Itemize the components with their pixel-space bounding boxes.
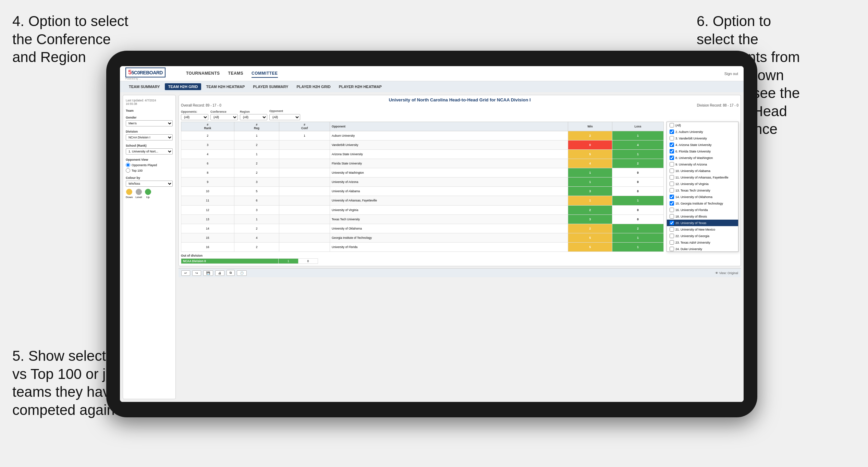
dropdown-item[interactable]: 13. Texas Tech University: [667, 187, 738, 194]
legend: Down Level Up: [126, 189, 173, 199]
opponent-dropdown[interactable]: (All)2. Auburn University3. Vanderbilt U…: [667, 122, 738, 252]
dropdown-item[interactable]: 23. Texas A&M University: [667, 239, 738, 246]
table-row: 2 1 1 Auburn University 2 1: [181, 131, 664, 140]
col-conf: #Conf: [279, 122, 330, 131]
dropdown-item[interactable]: 21. University of New Mexico: [667, 226, 738, 233]
subnav-player-summary[interactable]: PLAYER SUMMARY: [249, 83, 292, 90]
table-row: 6 2 Florida State University 4 2: [181, 159, 664, 168]
toolbar-copy[interactable]: ⧉: [227, 270, 235, 276]
col-loss: Loss: [612, 122, 663, 131]
content-title: University of North Carolina Head-to-Hea…: [181, 97, 738, 102]
last-updated: Last Updated: 4/7/2024 16:55:38: [126, 99, 173, 106]
nav-links: TOURNAMENTS TEAMS COMMITTEE: [186, 70, 724, 78]
col-opponent: Opponent: [330, 122, 568, 131]
gender-select[interactable]: Men's: [126, 120, 173, 126]
subnav-team-summary[interactable]: TEAM SUMMARY: [125, 83, 163, 90]
tablet-screen: 55C0REBOARD Powered by ... TOURNAMENTS T…: [120, 66, 744, 402]
nav-committee[interactable]: COMMITTEE: [252, 70, 278, 78]
region-filter: Region (All): [240, 110, 267, 120]
out-of-division-table: NCAA Division II 1 0: [181, 258, 318, 264]
toolbar-print[interactable]: 🖨: [215, 270, 224, 276]
toolbar-save[interactable]: 💾: [203, 270, 213, 276]
colour-section: Colour by Win/loss Down Level: [126, 176, 173, 199]
school-select[interactable]: 1. University of Nort...: [126, 148, 173, 155]
nav-teams[interactable]: TEAMS: [228, 70, 244, 78]
main-table: #Rank #Reg #Conf Opponent Win Loss: [181, 122, 664, 252]
toolbar-clock[interactable]: 🕐: [237, 270, 247, 276]
out-of-division: Out of division NCAA Division II 1 0: [181, 254, 738, 264]
out-division-label: NCAA Division II: [181, 259, 279, 264]
legend-level: Level: [135, 189, 142, 199]
filters-row: Opponents: (All) Conference (All): [181, 109, 738, 120]
subnav-team-h2h-heatmap[interactable]: TEAM H2H HEATMAP: [203, 83, 248, 90]
opponent-select[interactable]: (All): [269, 114, 300, 120]
dropdown-item[interactable]: 18. University of Illinois: [667, 213, 738, 220]
table-row: 3 2 Vanderbilt University 0 4: [181, 140, 664, 150]
app-logo: 55C0REBOARD: [125, 67, 166, 77]
dropdown-item[interactable]: 10. University of Alabama: [667, 168, 738, 174]
toolbar-view: 👁 View: Original: [715, 271, 738, 275]
table-row: 16 2 University of Florida 5 1: [181, 242, 664, 251]
division-select[interactable]: NCAA Division I: [126, 134, 173, 140]
subnav-player-h2h-heatmap[interactable]: PLAYER H2H HEATMAP: [335, 83, 385, 90]
eye-icon: 👁: [715, 271, 718, 275]
dropdown-item[interactable]: 15. Georgia Institute of Technology: [667, 200, 738, 207]
opponents-select[interactable]: (All): [181, 114, 208, 120]
dropdown-item[interactable]: 20. University of Texas: [667, 220, 738, 226]
subnav-team-h2h-grid[interactable]: TEAM H2H GRID: [165, 83, 201, 90]
table-row: 15 4 Georgia Institute of Technology 5 1: [181, 233, 664, 242]
dropdown-item[interactable]: (All): [667, 122, 738, 128]
main-content: Last Updated: 4/7/2024 16:55:38 Team Gen…: [120, 92, 744, 402]
conference-filter: Conference (All): [210, 110, 238, 120]
opponent-view-section: Opponent View Opponents Played Top 100: [126, 158, 173, 173]
dropdown-item[interactable]: 11. University of Arkansas, Fayetteville: [667, 174, 738, 181]
dropdown-item[interactable]: 3. Vanderbilt University: [667, 135, 738, 142]
subnav-player-h2h-grid[interactable]: PLAYER H2H GRID: [293, 83, 334, 90]
table-container: University of North Carolina Head-to-Hea…: [179, 95, 741, 266]
dropdown-item[interactable]: 16. University of Florida: [667, 207, 738, 213]
gender-section: Gender Men's: [126, 116, 173, 126]
dropdown-item[interactable]: 2. Auburn University: [667, 128, 738, 135]
out-division-win: 1: [279, 259, 298, 264]
conference-select[interactable]: (All): [210, 114, 238, 120]
out-division-loss: 0: [298, 259, 318, 264]
colour-select[interactable]: Win/loss: [126, 181, 173, 187]
col-rank: #Rank: [181, 122, 234, 131]
dropdown-item[interactable]: 12. University of Virginia: [667, 181, 738, 187]
toolbar-redo[interactable]: ↪: [192, 270, 201, 276]
record-row: Overall Record: 89 - 17 - 0 Division Rec…: [181, 103, 738, 107]
col-reg: #Reg: [234, 122, 279, 131]
sub-navbar: TEAM SUMMARY TEAM H2H GRID TEAM H2H HEAT…: [120, 81, 744, 92]
tablet-device: 55C0REBOARD Powered by ... TOURNAMENTS T…: [106, 51, 757, 417]
toolbar: ↩ ↪ 💾 🖨 ⧉ 🕐 👁 View: Original: [179, 268, 741, 277]
legend-down: Down: [126, 189, 133, 199]
radio-top100[interactable]: Top 100: [126, 168, 173, 173]
right-content: University of North Carolina Head-to-Hea…: [179, 95, 741, 399]
table-row: 9 3 University of Arizona 1 0: [181, 177, 664, 187]
dropdown-item[interactable]: 9. University of Arizona: [667, 161, 738, 168]
dropdown-item[interactable]: 6. Florida State University: [667, 148, 738, 155]
nav-tournaments[interactable]: TOURNAMENTS: [186, 70, 220, 78]
dropdown-item[interactable]: 8. University of Washington: [667, 155, 738, 161]
table-row: 8 2 University of Washington 1 0: [181, 168, 664, 177]
region-select[interactable]: (All): [240, 114, 267, 120]
table-row: 14 2 University of Oklahoma 2 2: [181, 224, 664, 233]
table-row: 4 1 Arizona State University 5 1: [181, 150, 664, 159]
nav-signout[interactable]: Sign out: [724, 72, 738, 76]
table-row: 12 3 University of Virginia 2 0: [181, 205, 664, 214]
app-navbar: 55C0REBOARD Powered by ... TOURNAMENTS T…: [120, 66, 744, 81]
dropdown-item[interactable]: 4. Arizona State University: [667, 142, 738, 148]
table-row: 13 1 Texas Tech University 3 0: [181, 214, 664, 224]
table-area: #Rank #Reg #Conf Opponent Win Loss: [181, 122, 738, 252]
table-row: 10 5 University of Alabama 3 0: [181, 187, 664, 196]
toolbar-undo[interactable]: ↩: [181, 270, 190, 276]
app-logo-sub: Powered by ...: [125, 77, 176, 80]
dropdown-item[interactable]: 24. Duke University: [667, 246, 738, 252]
dropdown-item[interactable]: 22. University of Georgia: [667, 233, 738, 239]
opponent-filter: Opponent (All): [269, 109, 300, 120]
legend-up: Up: [145, 189, 151, 199]
table-row: 11 6 University of Arkansas, Fayettevill…: [181, 196, 664, 205]
radio-opponents-played[interactable]: Opponents Played: [126, 163, 173, 167]
school-section: School (Rank) 1. University of Nort...: [126, 144, 173, 155]
dropdown-item[interactable]: 14. University of Oklahoma: [667, 194, 738, 200]
